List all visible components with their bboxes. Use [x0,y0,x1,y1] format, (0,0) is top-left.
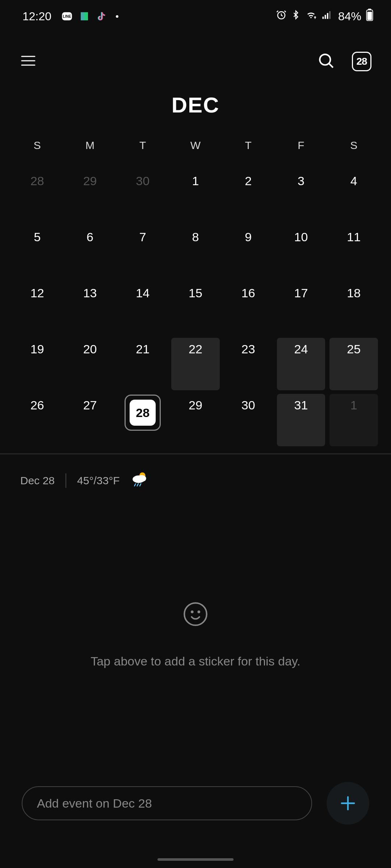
day-number: 10 [294,226,308,244]
weekday-mon: M [64,139,117,166]
svg-point-23 [198,611,199,613]
day-cell[interactable]: 4 [327,170,380,222]
day-cell[interactable]: 9 [222,226,275,278]
day-cell[interactable]: 16 [222,282,275,334]
today-marker: 28 [130,400,156,426]
day-number: 21 [136,338,150,356]
status-bar: 12:20 LINE 84% [0,0,391,33]
day-number: 9 [245,226,252,244]
day-cell[interactable]: 5 [11,226,64,278]
day-cell[interactable]: 14 [116,282,169,334]
day-cell[interactable]: 18 [327,282,380,334]
bluetooth-icon [291,9,300,23]
weekday-wed: W [169,139,222,166]
day-cell[interactable]: 31 [277,394,325,446]
day-cell[interactable]: 27 [64,394,117,446]
week-row: 2829301234 [11,166,380,222]
day-cell[interactable]: 22 [171,338,220,390]
day-cell[interactable]: 8 [169,226,222,278]
separator [66,473,66,488]
day-cell[interactable]: 23 [222,338,275,390]
day-cell[interactable]: 12 [11,282,64,334]
battery-icon [366,9,374,24]
more-notifications-dot [116,15,118,18]
day-cell[interactable]: 7 [116,226,169,278]
day-number: 20 [83,338,97,356]
day-cell[interactable]: 11 [327,226,380,278]
svg-point-21 [184,603,207,625]
add-event-fab[interactable] [327,782,369,825]
svg-rect-4 [325,15,326,19]
svg-rect-9 [367,12,372,20]
add-sticker-button[interactable] [182,601,209,629]
day-number: 29 [189,394,202,412]
day-cell[interactable]: 1 [329,394,378,446]
day-cell[interactable]: 28 [116,394,169,446]
week-row: 567891011 [11,222,380,278]
add-event-input[interactable] [22,786,312,820]
svg-line-14 [329,63,333,67]
today-button[interactable]: 28 [352,52,371,71]
nav-handle[interactable] [157,858,234,861]
week-row: 19202122232425 [11,334,380,390]
weekday-sun: S [11,139,64,166]
day-number: 8 [192,226,199,244]
day-cell[interactable]: 10 [275,226,328,278]
day-cell[interactable]: 28 [11,170,64,222]
day-number: 25 [347,338,361,356]
day-number: 30 [241,394,255,412]
day-number: 17 [294,282,308,300]
day-cell[interactable]: 1 [169,170,222,222]
empty-hint: Tap above to add a sticker for this day. [91,654,300,668]
calendar-grid[interactable]: S M T W T F S 28293012345678910111213141… [0,139,391,446]
svg-rect-3 [322,17,324,19]
weather-icon [130,470,148,491]
day-cell[interactable]: 2 [222,170,275,222]
alarm-icon [276,9,287,23]
menu-button[interactable] [20,52,37,71]
day-number: 19 [30,338,44,356]
svg-rect-6 [329,11,331,19]
wifi-icon [305,9,317,23]
day-cell[interactable]: 30 [222,394,275,446]
day-number: 12 [30,282,44,300]
day-cell[interactable]: 20 [64,338,117,390]
day-cell[interactable]: 30 [116,170,169,222]
day-cell[interactable]: 3 [275,170,328,222]
status-left: 12:20 LINE [22,10,118,23]
day-cell[interactable]: 29 [64,170,117,222]
day-number: 1 [350,394,357,412]
day-cell[interactable]: 25 [329,338,378,390]
day-cell[interactable]: 29 [169,394,222,446]
weather-summary[interactable]: Dec 28 45°/33°F [0,454,391,507]
today-badge-number: 28 [356,56,367,67]
day-cell[interactable]: 19 [11,338,64,390]
day-number: 11 [347,226,361,244]
day-cell[interactable]: 6 [64,226,117,278]
svg-point-22 [192,611,193,613]
empty-state: Tap above to add a sticker for this day. [0,507,391,668]
day-cell[interactable]: 17 [275,282,328,334]
battery-percent: 84% [338,10,361,23]
day-cell[interactable]: 21 [116,338,169,390]
day-number: 30 [136,170,150,188]
svg-line-20 [140,484,141,486]
bottom-bar [0,782,391,825]
day-cell[interactable]: 24 [277,338,325,390]
day-cell[interactable]: 13 [64,282,117,334]
day-number: 26 [30,394,44,412]
svg-point-17 [137,475,146,482]
tiktok-icon [96,10,108,22]
week-row: 12131415161718 [11,278,380,334]
day-number: 31 [294,394,308,412]
week-row: 2627282930311 [11,390,380,446]
search-button[interactable] [317,52,335,71]
day-cell[interactable]: 26 [11,394,64,446]
day-number: 23 [241,338,255,356]
day-number: 1 [192,170,199,188]
day-cell[interactable]: 15 [169,282,222,334]
month-title[interactable]: DEC [0,83,391,139]
weekday-header: S M T W T F S [11,139,380,166]
weather-temp: 45°/33°F [77,475,119,487]
day-number: 3 [298,170,304,188]
